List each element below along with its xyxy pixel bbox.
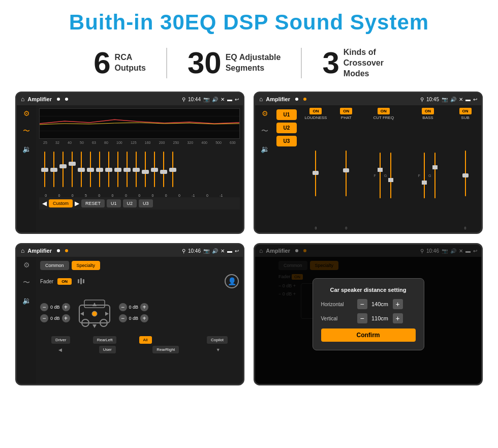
phat-toggle[interactable]: ON	[340, 108, 352, 114]
signal-icon: ✕	[221, 97, 225, 102]
eq-u2-btn[interactable]: U2	[123, 199, 137, 207]
fader-status-right: ⚲ 10:46 📷 🔊 ✕ ▬ ↩	[182, 248, 239, 254]
fader-copilot-btn[interactable]: Copilot	[207, 336, 228, 344]
fader-rearright-btn[interactable]: RearRight	[152, 346, 179, 353]
fader-tabs: Common Specialty	[40, 261, 239, 270]
svg-rect-10	[63, 152, 64, 187]
crossover-filter-icon[interactable]: ⚙	[262, 109, 268, 117]
battery-icon-2: ▬	[465, 97, 471, 102]
eq-u1-btn[interactable]: U1	[107, 199, 121, 207]
svg-rect-44	[424, 153, 425, 198]
svg-rect-19	[96, 168, 103, 172]
crossover-content: ⚙ 〜 🔉 U1 U2 U3	[255, 105, 481, 232]
eq-main: 253240506380100125160200250320400500630	[36, 105, 243, 232]
eq-speaker-btn[interactable]: 🔉	[22, 145, 31, 153]
svg-marker-61	[105, 312, 109, 316]
stat-crossover-text: Kinds ofCrossover Modes	[344, 47, 404, 79]
eq-next-btn[interactable]: ▶	[75, 200, 79, 207]
svg-rect-25	[123, 168, 131, 172]
fader-rearleft-btn[interactable]: RearLeft	[93, 336, 117, 344]
back-icon-3[interactable]: ↩	[235, 248, 239, 254]
svg-point-57	[92, 311, 97, 316]
db-minus-tl[interactable]: −	[40, 303, 48, 311]
db-minus-br[interactable]: −	[119, 314, 127, 322]
sub-toggle[interactable]: ON	[459, 108, 472, 114]
fader-tab-specialty[interactable]: Specialty	[72, 261, 101, 270]
db-control-br: − 0 dB +	[119, 314, 149, 322]
fader-arrow-left[interactable]: ◀	[58, 347, 62, 352]
preset-u2-btn[interactable]: U2	[276, 123, 297, 133]
cutfreq-toggle[interactable]: ON	[378, 108, 390, 114]
fader-toggle-btn[interactable]: ON	[57, 278, 72, 285]
home-icon-3[interactable]: ⌂	[21, 247, 24, 254]
dialog-confirm-btn[interactable]: Confirm	[321, 328, 416, 342]
crossover-wave-icon[interactable]: 〜	[261, 127, 268, 136]
preset-u3-btn[interactable]: U3	[276, 136, 297, 146]
eq-reset-btn[interactable]: RESET	[81, 199, 105, 207]
bass-toggle[interactable]: ON	[422, 108, 434, 114]
dialog-vertical-plus[interactable]: +	[393, 313, 403, 323]
svg-rect-4	[40, 152, 41, 187]
dialog-horizontal-minus[interactable]: −	[357, 299, 367, 309]
cutfreq-sliders: F G	[374, 121, 393, 230]
preset-u1-btn[interactable]: U1	[276, 109, 297, 120]
stat-rca-number: 6	[94, 48, 110, 78]
db-plus-bl[interactable]: +	[62, 314, 70, 322]
db-plus-tl[interactable]: +	[62, 303, 70, 311]
dialog-vertical-row: Vertical − 110cm +	[321, 313, 416, 323]
loudness-toggle[interactable]: ON	[309, 108, 322, 114]
eq-screen: ⌂ Amplifier ⚲ 10:44 📷 🔊 ✕ ▬ ↩ ⚙ 〜	[15, 92, 244, 234]
eq-custom-btn[interactable]: Custom	[49, 199, 73, 207]
fader-sidebar: ⚙ 〜 🔉	[17, 257, 36, 384]
svg-rect-32	[163, 152, 164, 187]
fader-user-btn[interactable]: User	[99, 346, 116, 353]
svg-rect-7	[41, 168, 48, 172]
eq-filter-btn[interactable]: ⚙	[23, 109, 30, 117]
bass-label: BASS	[422, 115, 433, 120]
db-minus-tr[interactable]: −	[119, 303, 127, 311]
camera-icon-2: 📷	[442, 97, 448, 102]
svg-rect-31	[151, 168, 158, 172]
fader-tab-common[interactable]: Common	[40, 261, 69, 270]
phat-label: PHAT	[341, 115, 352, 120]
channel-loudness: ON LOUDNESS 0	[302, 108, 330, 230]
fader-arrow-down[interactable]: ▼	[216, 347, 221, 352]
home-icon-2[interactable]: ⌂	[259, 96, 263, 103]
dialog-horizontal-plus[interactable]: +	[393, 299, 403, 309]
fader-driver-btn[interactable]: Driver	[51, 336, 70, 344]
svg-rect-5	[40, 152, 47, 156]
back-icon[interactable]: ↩	[235, 97, 239, 102]
fader-speaker-icon[interactable]: 🔉	[22, 296, 31, 305]
stat-crossover-number: 3	[322, 48, 339, 78]
db-value-br: 0 dB	[129, 316, 139, 321]
dialog-vertical-minus[interactable]: −	[357, 313, 367, 323]
crossover-speaker-icon[interactable]: 🔉	[261, 145, 269, 153]
db-plus-br[interactable]: +	[140, 314, 148, 322]
car-diagram	[74, 292, 115, 333]
eq-wave-btn[interactable]: 〜	[23, 127, 30, 136]
signal-icon-2: ✕	[459, 97, 463, 102]
bass-f-label: F	[418, 174, 420, 177]
db-plus-tr[interactable]: +	[140, 303, 148, 311]
sub-slider	[462, 121, 469, 225]
bass-sliders: F G	[418, 121, 438, 230]
stat-rca: 6 RCAOutputs	[73, 48, 167, 78]
db-minus-bl[interactable]: −	[40, 314, 48, 322]
eq-prev-btn[interactable]: ◀	[42, 200, 47, 207]
stat-eq: 30 EQ AdjustableSegments	[167, 48, 302, 78]
battery-icon-3: ▬	[227, 248, 232, 254]
fader-all-btn[interactable]: All	[139, 336, 152, 344]
fader-filter-icon[interactable]: ⚙	[23, 261, 30, 269]
channel-bass: ON BASS F G	[407, 108, 449, 230]
home-icon[interactable]: ⌂	[21, 96, 24, 103]
fader-wave-icon[interactable]: 〜	[23, 278, 30, 287]
eq-app-name: Amplifier	[27, 96, 52, 102]
back-icon-2[interactable]: ↩	[473, 97, 477, 102]
eq-u3-btn[interactable]: U3	[139, 199, 153, 207]
eq-status-bar: ⌂ Amplifier ⚲ 10:44 📷 🔊 ✕ ▬ ↩	[17, 93, 243, 105]
svg-rect-27	[133, 168, 140, 172]
db-control-tl: − 0 dB +	[40, 303, 70, 311]
channel-phat: ON PHAT 0	[332, 108, 360, 230]
fader-person-icon[interactable]: 👤	[225, 274, 239, 288]
svg-rect-29	[142, 170, 149, 174]
